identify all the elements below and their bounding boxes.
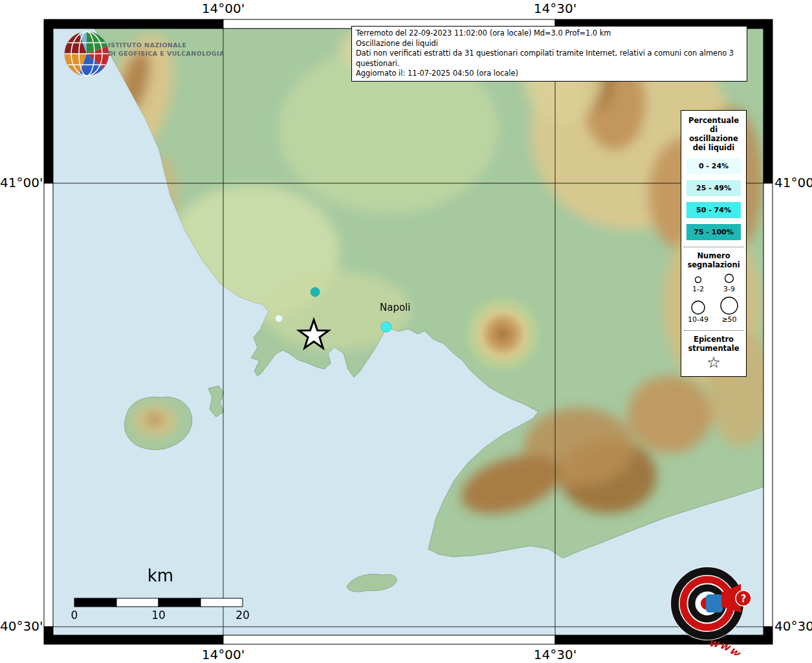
axis-label-top-14-30: 14°30' — [526, 1, 584, 16]
megaphone-question-mark: ? — [741, 593, 747, 605]
earthquake-info-box: Terremoto del 22-09-2023 11:02:00 (ora l… — [351, 26, 747, 82]
scalebar-tick-20: 20 — [234, 609, 252, 622]
legend-swatch-label-0-24: 0 - 24% — [699, 162, 729, 170]
count-label-50plus: ≥50 — [721, 315, 736, 324]
legend-panel: Percentuale di oscillazione dei liquidi … — [681, 110, 747, 377]
vesuvius-shading — [463, 294, 543, 374]
legend-epicenter-title: Epicentro strumentale — [685, 335, 743, 353]
report-dot-low — [276, 315, 283, 322]
legend-swatch-label-25-49: 25 - 49% — [696, 184, 731, 192]
legend-divider — [684, 330, 743, 331]
scalebar-unit-label: km — [129, 566, 192, 585]
info-line-event: Terremoto del 22-09-2023 11:02:00 (ora l… — [356, 28, 743, 39]
legend-divider — [684, 247, 743, 247]
axis-label-top-14-00: 14°00' — [194, 1, 252, 16]
watermark-www: www. — [708, 636, 747, 655]
scalebar-tick-10: 10 — [149, 609, 168, 622]
info-line-map-type: Oscillazione dei liquidi — [356, 39, 743, 49]
map-page: ISTITUTO NAZIONALE DI GEOFISICA E VULCAN… — [0, 0, 812, 663]
legend-swatch-75-100: 75 - 100% — [686, 224, 741, 240]
axis-label-bottom-14-00: 14°00' — [194, 647, 252, 662]
legend-swatch-0-24: 0 - 24% — [686, 158, 741, 174]
axis-label-left-41-00: 41°00' — [0, 175, 41, 190]
count-circle-3-9-icon — [716, 272, 742, 285]
axis-label-right-40-30: 40°30' — [774, 618, 812, 634]
scalebar-tick-0: 0 — [65, 609, 83, 622]
epicenter-star-icon: ☆ — [683, 354, 745, 371]
axis-label-right-41-00: 41°00' — [774, 175, 812, 190]
report-dot-high — [311, 287, 320, 297]
legend-counts-title: Numero segnalazioni — [685, 251, 743, 269]
count-cell-50plus: ≥50 — [714, 296, 745, 324]
count-circle-50plus-icon — [715, 296, 743, 315]
legend-swatch-25-49: 25 - 49% — [686, 180, 741, 196]
count-label-10-49: 10-49 — [688, 315, 708, 324]
ingv-logo-text: ISTITUTO NAZIONALE DI GEOFISICA E VULCAN… — [108, 41, 225, 58]
count-cell-3-9: 3-9 — [714, 272, 745, 293]
ingv-name-line1: ISTITUTO NAZIONALE — [108, 41, 225, 49]
haisentitoilterremoto-logo: ? www. haisentito ilterremoto.it — [655, 552, 759, 655]
count-label-3-9: 3-9 — [723, 285, 735, 293]
axis-label-bottom-14-30: 14°30' — [526, 647, 584, 662]
ingv-logo-icon — [62, 29, 111, 78]
count-cell-10-49: 10-49 — [683, 296, 714, 324]
count-circle-10-49-icon — [684, 298, 712, 315]
legend-swatch-label-50-74: 50 - 74% — [696, 206, 731, 214]
legend-count-symbols: 1-2 3-9 10-49 ≥50 — [683, 272, 745, 324]
report-dot-napoli — [381, 322, 391, 332]
ingv-name-line2: DI GEOFISICA E VULCANOLOGIA — [108, 49, 225, 58]
axis-label-left-40-30: 40°30' — [0, 618, 41, 634]
legend-swatch-label-75-100: 75 - 100% — [694, 228, 734, 236]
city-label-napoli: Napoli — [380, 302, 410, 313]
legend-swatch-50-74: 50 - 74% — [686, 202, 741, 218]
legend-title: Percentuale di oscillazione dei liquidi — [685, 116, 743, 152]
info-line-disclaimer: Dati non verificati estratti da 31 quest… — [356, 49, 743, 69]
count-label-1-2: 1-2 — [692, 285, 704, 293]
count-circle-1-2-icon — [685, 272, 711, 285]
count-cell-1-2: 1-2 — [683, 272, 714, 293]
scale-bar — [74, 598, 243, 607]
info-line-updated: Aggiornato il: 11-07-2025 04:50 (ora loc… — [356, 69, 743, 79]
